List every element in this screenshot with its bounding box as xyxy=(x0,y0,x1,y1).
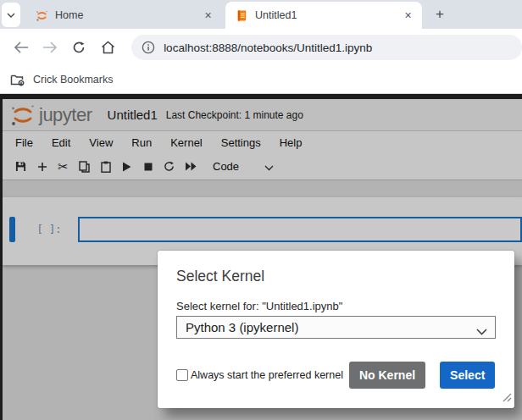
select-button[interactable]: Select xyxy=(440,362,495,389)
no-kernel-button[interactable]: No Kernel xyxy=(349,362,425,389)
chevron-down-icon xyxy=(7,13,15,18)
kernel-selected-value: Python 3 (ipykernel) xyxy=(186,320,298,334)
dialog-title: Select Kernel xyxy=(176,268,496,285)
notebook-favicon-icon xyxy=(236,9,248,22)
browser-navbar: localhost:8888/notebooks/Untitled1.ipynb xyxy=(0,29,522,66)
kernel-select-dropdown[interactable]: Python 3 (ipykernel) xyxy=(176,316,496,339)
home-button[interactable] xyxy=(96,35,120,60)
url-text: localhost:8888/notebooks/Untitled1.ipynb xyxy=(164,41,372,54)
tab-label: Untitled1 xyxy=(255,9,401,21)
forward-arrow-icon xyxy=(42,41,58,53)
dropdown-chevron-icon xyxy=(476,323,487,339)
screen: Home × Untitled1 × + xyxy=(0,0,522,420)
tab-actions-menu-button[interactable] xyxy=(2,3,20,27)
reload-icon xyxy=(72,41,86,54)
new-tab-button[interactable]: + xyxy=(429,3,451,25)
tab-home[interactable]: Home × xyxy=(25,2,222,29)
home-icon xyxy=(101,41,115,54)
tab-label: Home xyxy=(55,9,201,21)
bookmarks-folder-label[interactable]: Crick Bookmarks xyxy=(33,74,113,86)
tab-untitled1[interactable]: Untitled1 × xyxy=(225,2,422,29)
browser-tab-strip: Home × Untitled1 × + xyxy=(0,0,522,29)
back-button[interactable] xyxy=(8,35,33,60)
bookmarks-bar: Crick Bookmarks xyxy=(0,66,522,94)
dialog-footer: Always start the preferred kernel No Ker… xyxy=(176,362,496,389)
tab-close-icon[interactable]: × xyxy=(201,8,215,23)
select-kernel-dialog: Select Kernel Select kernel for: "Untitl… xyxy=(158,251,514,408)
reload-button[interactable] xyxy=(67,35,92,60)
address-bar[interactable]: localhost:8888/notebooks/Untitled1.ipynb xyxy=(131,35,522,60)
dialog-resize-handle[interactable] xyxy=(502,390,512,406)
jupyter-favicon-icon xyxy=(36,9,48,22)
managed-bookmarks-folder-icon xyxy=(10,73,26,86)
always-start-checkbox[interactable] xyxy=(176,369,188,381)
forward-button[interactable] xyxy=(37,35,62,60)
site-info-icon xyxy=(142,41,155,54)
always-start-label: Always start the preferred kernel xyxy=(191,369,343,381)
back-arrow-icon xyxy=(14,41,29,53)
kernel-select-label: Select kernel for: "Untitled1.ipynb" xyxy=(176,300,496,312)
tab-close-icon[interactable]: × xyxy=(401,8,415,23)
